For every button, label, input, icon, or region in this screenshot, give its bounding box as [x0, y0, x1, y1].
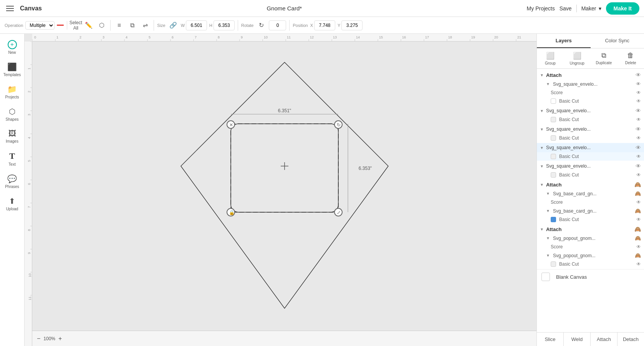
basic-cut-6-sub: Basic Cut 👁: [537, 215, 644, 224]
attach-group-1-header[interactable]: ▼ Attach 👁: [537, 70, 644, 80]
envelope-2-header[interactable]: ▼ Svg_square_envelo... 👁: [537, 106, 644, 115]
svg-envelope-1-item[interactable]: ▼ Svg_square_envelo... 👁: [537, 80, 644, 88]
tab-layers[interactable]: Layers: [537, 34, 591, 48]
width-input[interactable]: [186, 20, 207, 30]
attach-1-eye[interactable]: 👁: [636, 72, 641, 78]
base-card-1-item[interactable]: ▼ Svg_base_card_gn... 🙈: [537, 189, 644, 198]
envelope-5-eye[interactable]: 👁: [636, 163, 641, 169]
sidebar-item-text[interactable]: T Text: [0, 148, 24, 170]
x-input[interactable]: [314, 20, 335, 30]
envelope-3-eye[interactable]: 👁: [636, 126, 641, 132]
sidebar-item-projects[interactable]: 📁 Projects: [0, 82, 24, 102]
attach-2-eye[interactable]: 🙈: [634, 181, 641, 188]
score-3-eye[interactable]: 👁: [636, 244, 641, 250]
popout-gnom-2-item[interactable]: ▼ Svg_popout_gnom... 🙈: [537, 251, 644, 260]
score-2-eye[interactable]: 👁: [636, 200, 641, 205]
svg-text:19: 19: [471, 35, 475, 39]
lock-proportions-button[interactable]: 🔗: [168, 20, 179, 31]
height-measure-text: 6.353": [358, 166, 371, 171]
slice-button[interactable]: Slice: [537, 333, 564, 346]
my-projects-button[interactable]: My Projects: [527, 5, 555, 12]
envelope-3-header[interactable]: ▼ Svg_square_envelo... 👁: [537, 125, 644, 134]
save-button[interactable]: Save: [560, 5, 572, 12]
duplicate-button[interactable]: ⧉ Duplicate: [591, 48, 618, 68]
height-input[interactable]: [214, 20, 235, 30]
operation-color-bar: [57, 25, 64, 26]
svg-text:2: 2: [27, 91, 31, 93]
basic-cut-3-eye[interactable]: 👁: [636, 135, 641, 141]
group-button[interactable]: ⬜ Group: [537, 48, 564, 68]
base-card-1-eye[interactable]: 🙈: [635, 191, 641, 196]
canvas-content: 6.351" 6.353" ✕ ↻ 🔒: [32, 42, 536, 331]
envelope-group: 6.351" 6.353": [181, 62, 388, 308]
ungroup-label: Ungroup: [570, 61, 584, 65]
rotate-icon-btn[interactable]: ↻: [256, 20, 267, 31]
svg-envelope-1-eye[interactable]: 👁: [636, 81, 641, 87]
attach-2-header[interactable]: ▼ Attach 🙈: [537, 180, 644, 189]
basic-cut-7-eye[interactable]: 👁: [636, 261, 641, 267]
score-1-eye[interactable]: 👁: [636, 90, 641, 95]
popout-gnom-1-item[interactable]: ▼ Svg_popout_gnom... 🙈: [537, 234, 644, 243]
base-card-2-item[interactable]: ▼ Svg_base_card_gn... 🙈: [537, 206, 644, 215]
sidebar-item-shapes[interactable]: ⬡ Shapes: [0, 104, 24, 125]
sidebar-item-new[interactable]: + New: [0, 37, 24, 58]
offset-button[interactable]: ⬡: [96, 20, 107, 31]
main-content: + New ⬛ Templates 📁 Projects ⬡ Shapes 🖼 …: [0, 34, 644, 346]
basic-cut-5-label: Basic Cut: [559, 172, 579, 178]
sidebar-item-templates[interactable]: ⬛ Templates: [0, 59, 24, 80]
close-icon: ✕: [229, 122, 233, 128]
sidebar-phrases-label: Phrases: [5, 185, 19, 189]
envelope-2-eye[interactable]: 👁: [636, 108, 641, 114]
basic-cut-1-label: Basic Cut: [559, 98, 579, 104]
ungroup-icon: ⬜: [573, 52, 581, 60]
x-label: X: [310, 23, 313, 28]
sidebar-item-upload[interactable]: ⬆ Upload: [0, 193, 24, 214]
zoom-in-button[interactable]: +: [58, 335, 62, 342]
envelope-4-header[interactable]: ▼ Svg_square_envelo... 👁: [537, 143, 644, 152]
operation-select[interactable]: Multiple: [25, 21, 55, 30]
zoom-out-button[interactable]: −: [37, 335, 40, 342]
popout-2-eye[interactable]: 🙈: [635, 253, 641, 258]
weld-button[interactable]: Weld: [564, 333, 591, 346]
arrange-button[interactable]: ⧉: [127, 20, 137, 31]
envelope-5-header[interactable]: ▼ Svg_square_envelo... 👁: [537, 161, 644, 171]
align-button[interactable]: ≡: [114, 20, 124, 31]
hamburger-menu-button[interactable]: [5, 3, 15, 14]
canvas-area[interactable]: 0 1 2 3 4 5 6 7 8: [25, 34, 536, 346]
make-it-button[interactable]: Make It: [606, 2, 639, 15]
sidebar-item-images[interactable]: 🖼 Images: [0, 126, 24, 146]
delete-button[interactable]: 🗑 Delete: [617, 48, 644, 68]
text-icon: T: [9, 151, 15, 161]
popout-1-eye[interactable]: 🙈: [635, 235, 641, 241]
divider: [576, 5, 577, 12]
tab-color-sync[interactable]: Color Sync: [591, 34, 644, 48]
maker-button[interactable]: Maker ▾: [581, 5, 601, 12]
envelope-4-eye[interactable]: 👁: [636, 145, 641, 151]
basic-cut-1-eye[interactable]: 👁: [636, 98, 641, 104]
basic-cut-5-eye[interactable]: 👁: [636, 172, 641, 178]
attach-3-eye[interactable]: 🙈: [634, 226, 641, 232]
edit-button[interactable]: ✏️: [83, 20, 94, 31]
width-measure-text: 6.351": [278, 108, 291, 113]
layer-group-envelope-3: ▼ Svg_square_envelo... 👁 Basic Cut 👁: [537, 125, 644, 142]
basic-cut-4-color: [551, 154, 556, 159]
envelope-3-arrow: ▼: [540, 127, 544, 131]
size-label: Size: [157, 23, 165, 28]
base-card-2-eye[interactable]: 🙈: [635, 208, 641, 214]
sidebar-item-phrases[interactable]: 💬 Phrases: [0, 171, 24, 192]
select-all-button[interactable]: Select All: [70, 20, 81, 31]
attach-3-header[interactable]: ▼ Attach 🙈: [537, 225, 644, 234]
envelope-2-name: Svg_square_envelo...: [546, 108, 633, 113]
svg-text:2: 2: [79, 35, 81, 39]
svg-envelope-1-name: Svg_square_envelo...: [553, 82, 633, 87]
basic-cut-6-eye[interactable]: 👁: [636, 217, 641, 222]
basic-cut-2-eye[interactable]: 👁: [636, 117, 641, 122]
basic-cut-4-eye[interactable]: 👁: [636, 154, 641, 159]
rotate-input[interactable]: [269, 20, 286, 30]
flip-button[interactable]: ⇌: [140, 20, 151, 31]
ungroup-button[interactable]: ⬜ Ungroup: [564, 48, 591, 68]
detach-button[interactable]: Detach: [618, 333, 644, 346]
score-3-sub: Score 👁: [537, 243, 644, 251]
attach-action-button[interactable]: Attach: [591, 333, 618, 346]
y-input[interactable]: [341, 20, 363, 30]
